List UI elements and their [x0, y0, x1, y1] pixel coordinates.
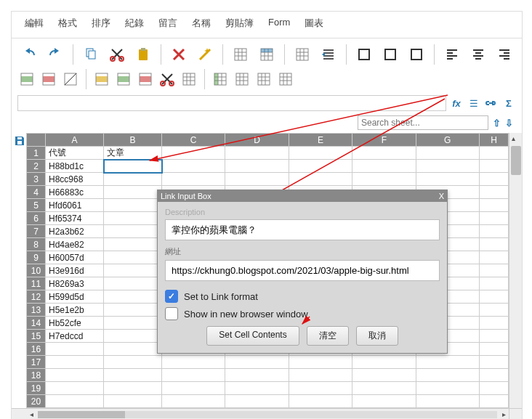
cell-E18[interactable] — [289, 369, 352, 382]
cell-A20[interactable] — [46, 395, 104, 408]
cell-G20[interactable] — [416, 395, 479, 408]
cell-C19[interactable] — [162, 382, 225, 395]
search-next-icon[interactable]: ⇩ — [505, 118, 513, 129]
vscroll-thumb[interactable] — [511, 146, 521, 175]
row-header[interactable]: 20 — [27, 395, 46, 408]
cell-E2[interactable] — [289, 160, 352, 173]
cell-H11[interactable] — [480, 277, 509, 290]
cell-H17[interactable] — [480, 356, 509, 369]
redo-button[interactable] — [44, 43, 67, 66]
indent-button[interactable] — [317, 43, 340, 66]
cell-A3[interactable]: H8cc968 — [46, 173, 104, 186]
cancel-button[interactable]: 取消 — [356, 326, 398, 346]
row-header[interactable]: 19 — [27, 382, 46, 395]
table-c-button[interactable] — [233, 70, 251, 89]
row-header[interactable]: 6 — [27, 212, 46, 225]
cell-H19[interactable] — [480, 382, 509, 395]
cell-A13[interactable]: H5e1e2b — [46, 304, 104, 317]
cell-B3[interactable] — [104, 173, 162, 186]
col-header-E[interactable]: E — [289, 134, 352, 147]
cell-G17[interactable] — [416, 356, 479, 369]
link-format-checkbox[interactable]: ✓ — [165, 290, 178, 303]
align-r-button[interactable] — [493, 43, 516, 66]
align-l-button[interactable] — [440, 43, 464, 66]
horizontal-scrollbar[interactable]: ◂ ▸ — [12, 408, 509, 419]
cell-C1[interactable] — [162, 147, 225, 160]
cell-B17[interactable] — [104, 356, 162, 369]
cell-B9[interactable] — [104, 251, 162, 264]
cell-H6[interactable] — [480, 212, 509, 225]
cell-A1[interactable]: 代號 — [46, 147, 104, 160]
menu-form[interactable]: Form — [261, 15, 297, 32]
cell-E3[interactable] — [289, 173, 352, 186]
cell-F19[interactable] — [352, 382, 416, 395]
cell-A9[interactable]: H60057d — [46, 251, 104, 264]
row-header[interactable]: 5 — [27, 199, 46, 212]
cell-C20[interactable] — [162, 395, 225, 408]
cell-A11[interactable]: H8269a3 — [46, 277, 104, 290]
cell-B2[interactable] — [104, 160, 162, 173]
cell-A14[interactable]: Hb52cfe — [46, 317, 104, 330]
cell-C18[interactable] — [162, 369, 225, 382]
cell-H13[interactable] — [480, 304, 509, 317]
cell-H8[interactable] — [480, 238, 509, 251]
search-input[interactable] — [358, 115, 488, 130]
fill-a-button[interactable] — [92, 70, 111, 89]
table-b-button[interactable] — [211, 70, 230, 89]
row-header[interactable]: 2 — [27, 160, 46, 173]
row-header[interactable]: 18 — [27, 369, 46, 382]
cell-F18[interactable] — [352, 369, 416, 382]
cut2-button[interactable] — [158, 70, 177, 89]
cell-D3[interactable] — [225, 173, 289, 186]
cell-B6[interactable] — [104, 212, 162, 225]
undo-button[interactable] — [17, 43, 41, 66]
cell-F2[interactable] — [352, 160, 416, 173]
cell-B12[interactable] — [104, 290, 162, 304]
row-header[interactable]: 16 — [27, 343, 46, 356]
menu-剪貼簿[interactable]: 剪貼簿 — [218, 15, 261, 32]
link-icon[interactable] — [484, 96, 499, 110]
cell-B8[interactable] — [104, 238, 162, 251]
grid-a-button[interactable] — [229, 43, 252, 66]
row-header[interactable]: 17 — [27, 356, 46, 369]
cell-F1[interactable] — [352, 147, 416, 160]
cell-C17[interactable] — [162, 356, 225, 369]
cell-G18[interactable] — [416, 369, 479, 382]
row-header[interactable]: 13 — [27, 304, 46, 317]
menu-圖表[interactable]: 圖表 — [297, 15, 331, 32]
clear-button[interactable]: 清空 — [307, 326, 349, 346]
delete-row-button[interactable] — [39, 70, 58, 89]
cell-C2[interactable] — [162, 160, 225, 173]
grid-b-button[interactable] — [255, 43, 278, 66]
col-header-B[interactable]: B — [104, 134, 162, 147]
diag-button[interactable] — [61, 70, 80, 89]
row-header[interactable]: 11 — [27, 277, 46, 290]
cell-H10[interactable] — [480, 264, 509, 277]
cell-C3[interactable] — [162, 173, 225, 186]
paste-button[interactable] — [132, 43, 155, 66]
menu-編輯[interactable]: 編輯 — [17, 15, 51, 32]
row-header[interactable]: 3 — [27, 173, 46, 186]
hscroll-thumb[interactable] — [38, 411, 125, 418]
cell-F17[interactable] — [352, 356, 416, 369]
cell-E20[interactable] — [289, 395, 352, 408]
cell-G1[interactable] — [416, 147, 479, 160]
cell-A19[interactable] — [46, 382, 104, 395]
row-header[interactable]: 12 — [27, 290, 46, 304]
magic-button[interactable] — [193, 43, 217, 66]
cell-A6[interactable]: Hf65374 — [46, 212, 104, 225]
sheet-options-icon[interactable]: ☰ — [467, 96, 481, 110]
cell-B5[interactable] — [104, 199, 162, 212]
cell-H14[interactable] — [480, 317, 509, 330]
row-header[interactable]: 9 — [27, 251, 46, 264]
cell-H5[interactable] — [480, 199, 509, 212]
cell-H12[interactable] — [480, 290, 509, 304]
cell-B7[interactable] — [104, 225, 162, 238]
select-all-cell[interactable] — [27, 134, 46, 147]
cut-button[interactable] — [105, 43, 129, 66]
col-header-A[interactable]: A — [46, 134, 104, 147]
save-icon[interactable] — [13, 134, 26, 147]
cell-B4[interactable] — [104, 186, 162, 199]
col-header-D[interactable]: D — [225, 134, 289, 147]
cell-B10[interactable] — [104, 264, 162, 277]
